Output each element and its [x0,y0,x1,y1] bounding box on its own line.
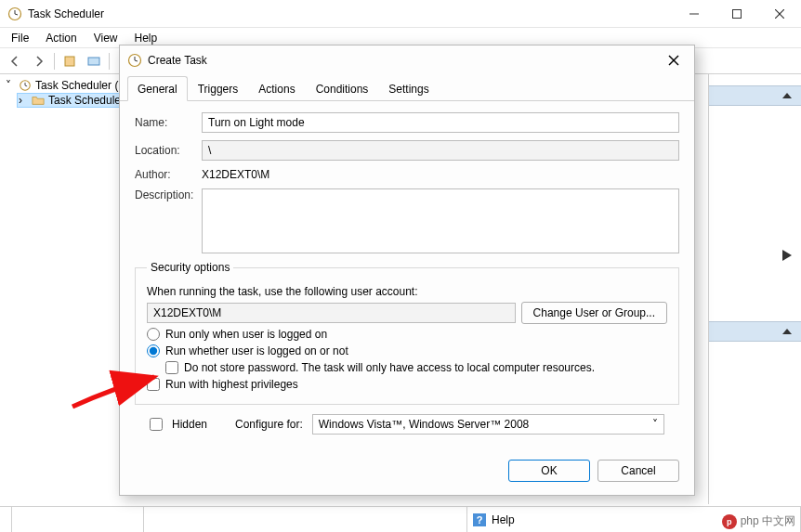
location-label: Location: [135,144,202,157]
dialog-tabs: General Triggers Actions Conditions Sett… [120,75,694,101]
help-label[interactable]: Help [492,513,515,526]
radio-logged-on[interactable] [147,328,160,341]
cancel-button[interactable]: Cancel [597,460,679,482]
tree-root-label: Task Scheduler (L [35,79,125,92]
menu-help[interactable]: Help [127,30,165,46]
tab-triggers[interactable]: Triggers [188,76,249,101]
checkbox-highest-label: Run with highest privileges [165,378,298,391]
general-form: Name: Location: \ Author: X12DEXT0\M Des… [120,101,694,447]
svg-rect-4 [733,9,742,18]
tab-settings[interactable]: Settings [378,76,439,101]
folder-icon [32,94,45,107]
dialog-title: Create Task [148,54,661,67]
dialog-button-row: OK Cancel [120,447,694,495]
play-icon [782,250,792,261]
name-input[interactable] [202,112,679,133]
tab-conditions[interactable]: Conditions [306,76,379,101]
menu-view[interactable]: View [86,30,125,46]
menu-file[interactable]: File [4,30,36,46]
checkbox-hidden[interactable] [150,418,163,431]
author-label: Author: [135,168,202,181]
app-icon [7,6,22,21]
actions-header-2[interactable] [709,321,801,342]
security-legend: Security options [147,261,233,274]
close-icon [668,55,679,66]
help-icon: ? [473,513,486,526]
toolbar-btn-1[interactable] [59,51,81,71]
toolbar-btn-2[interactable] [83,51,105,71]
radio-whether-logged[interactable] [147,344,160,357]
name-label: Name: [135,116,202,129]
svg-rect-8 [88,58,99,65]
configure-for-label: Configure for: [235,418,303,431]
configure-for-select[interactable]: Windows Vista™, Windows Server™ 2008 ˅ [312,414,664,435]
triangle-up-icon [782,327,792,336]
radio-whether-logged-label: Run whether user is logged on or not [165,344,348,357]
actions-header-1[interactable] [709,85,801,106]
watermark: pphp 中文网 [722,513,795,529]
clock-icon [19,79,32,92]
triangle-up-icon [782,91,792,100]
description-input[interactable] [202,188,679,253]
author-value: X12DEXT0\M [202,168,679,181]
change-user-button[interactable]: Change User or Group... [521,302,667,324]
checkbox-highest-privileges[interactable] [147,378,160,391]
status-bar: ? Help pphp 中文网 [0,506,801,532]
minimize-button[interactable] [673,0,716,28]
tree-child-label: Task Schedule [48,94,121,107]
when-running-label: When running the task, use the following… [147,285,418,298]
close-button[interactable] [758,0,801,28]
app-title: Task Scheduler [28,7,673,20]
back-button[interactable] [4,51,26,71]
checkbox-no-password-label: Do not store password. The task will onl… [184,361,595,374]
svg-rect-7 [65,57,74,66]
maximize-button[interactable] [716,0,758,28]
user-account-value: X12DEXT0\M [147,303,516,323]
dialog-titlebar: Create Task [120,45,694,75]
security-options-group: Security options When running the task, … [135,261,679,405]
ok-button[interactable]: OK [508,460,590,482]
chevron-down-icon: ˅ [652,418,658,431]
hidden-label: Hidden [172,418,207,431]
dialog-close-button[interactable] [661,47,687,73]
checkbox-no-password[interactable] [165,361,178,374]
actions-expand[interactable] [709,245,801,266]
chevron-down-icon: ˅ [6,79,15,92]
configure-for-value: Windows Vista™, Windows Server™ 2008 [319,418,530,431]
actions-panel [708,74,801,504]
tab-general[interactable]: General [127,76,188,101]
description-label: Description: [135,188,202,201]
create-task-dialog: Create Task General Triggers Actions Con… [119,45,695,496]
clock-icon [127,53,142,68]
radio-logged-on-label: Run only when user is logged on [165,328,327,341]
forward-button[interactable] [28,51,50,71]
menu-action[interactable]: Action [38,30,84,46]
main-titlebar: Task Scheduler [0,0,801,28]
tab-actions[interactable]: Actions [248,76,305,101]
chevron-right-icon: › [19,94,28,107]
svg-text:?: ? [477,514,483,526]
location-value: \ [202,140,679,161]
